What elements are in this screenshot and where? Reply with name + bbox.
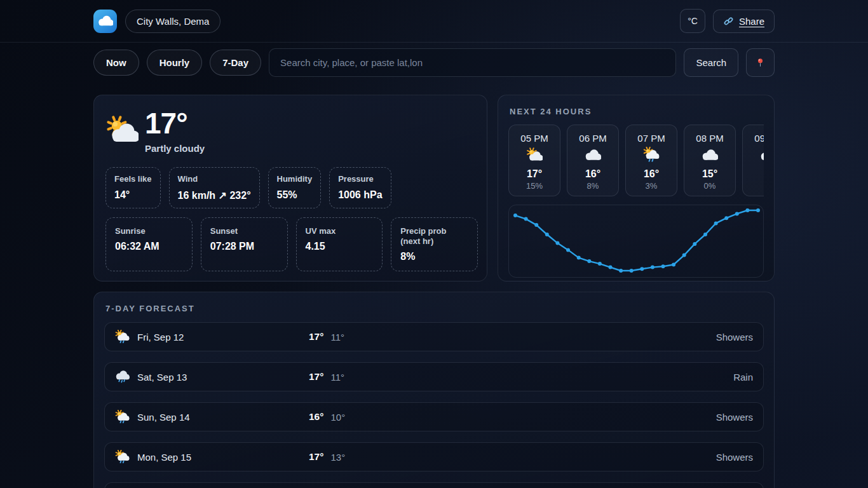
hour-precip: 3%: [628, 181, 674, 191]
stat-value: 1006 hPa: [338, 189, 382, 201]
forecast-row-sat-sep-13[interactable]: Sat, Sep 13 17° 11° Rain: [104, 362, 764, 391]
hour-precip: 8%: [570, 181, 616, 191]
stat-label: Humidity: [277, 174, 313, 184]
stat-label: Feels like: [114, 174, 152, 184]
sun-behind-rain-cloud-icon: [643, 147, 660, 163]
hour-card-06-pm[interactable]: 06 PM 16° 8%: [567, 125, 619, 196]
partly-cloudy-icon: [105, 114, 139, 147]
seven-day-forecast-card: 7-DAY FORECAST Fri, Sep 12 17° 11° Showe…: [93, 292, 775, 488]
day-label: Fri, Sep 12: [137, 332, 184, 342]
day-high-temp: 17°: [309, 451, 323, 463]
day-low-temp: 10°: [330, 412, 345, 423]
forecast-row-partial[interactable]: [104, 482, 764, 488]
hour-precip: 15%: [512, 181, 557, 191]
app-logo[interactable]: [93, 10, 117, 33]
search-button[interactable]: Search: [684, 48, 738, 77]
current-conditions-card: 17° Partly cloudy Feels like 14°Wind 16 …: [93, 95, 487, 281]
hour-card-07-pm[interactable]: 07 PM 16° 3%: [625, 125, 677, 196]
day-label: Sat, Sep 13: [137, 372, 187, 383]
day-condition: Rain: [733, 372, 753, 383]
current-temperature: 17°: [145, 108, 205, 139]
forecast-row-fri-sep-12[interactable]: Fri, Sep 12 17° 11° Showers: [104, 322, 764, 351]
rain-cloud-icon: [115, 370, 130, 384]
day-high-temp: 16°: [309, 411, 323, 423]
hour-temp: 17°: [512, 168, 557, 180]
hour-time: 07 PM: [628, 133, 674, 144]
hour-card-08-pm[interactable]: 08 PM 15° 0%: [684, 125, 736, 196]
stat-label: UV max: [306, 226, 374, 236]
stat-chip-pressure: Pressure 1006 hPa: [329, 167, 391, 208]
share-button[interactable]: Share: [713, 10, 775, 33]
day-high-temp: 17°: [309, 371, 323, 383]
hourly-temp-chart: [508, 205, 764, 278]
stat-label: Wind: [178, 174, 251, 184]
stat-chip-sunset: Sunset 07:28 PM: [201, 217, 288, 272]
stat-label: Pressure: [338, 174, 382, 184]
stat-chip-uv-max: UV max 4.15: [296, 217, 383, 272]
stat-value: 07:28 PM: [210, 241, 278, 252]
stat-chip-precip-prob-next-hr: Precip prob (next hr) 8%: [391, 217, 478, 272]
stats-row-2: Sunrise 06:32 AMSunset 07:28 PMUV max 4.…: [105, 217, 478, 272]
day-low-temp: 11°: [330, 372, 344, 383]
hour-card-09-pm[interactable]: 09 PM: [742, 125, 764, 196]
navbar: Now Hourly 7-Day Search: [0, 43, 868, 82]
forecast-rows: Fri, Sep 12 17° 11° Showers Sat, Sep 13 …: [104, 322, 764, 488]
forecast-row-sun-sep-14[interactable]: Sun, Sep 14 16° 10° Showers: [104, 402, 764, 431]
stat-value: 14°: [114, 189, 152, 201]
cloud-icon: [702, 147, 718, 163]
topbar: City Walls, Dema °C Share: [0, 0, 868, 43]
hour-temp: 15°: [687, 168, 733, 180]
hour-card-05-pm[interactable]: 05 PM 17° 15%: [508, 125, 560, 196]
day-condition: Showers: [716, 332, 753, 342]
next-24-hours-title: NEXT 24 HOURS: [510, 107, 764, 116]
current-hero: 17° Partly cloudy: [105, 108, 478, 154]
hour-time: 06 PM: [570, 133, 616, 144]
hourly-strip: 05 PM 17° 15%06 PM 16° 8%07 PM: [508, 125, 764, 196]
hour-time: 09 PM: [745, 133, 764, 144]
locate-button[interactable]: [746, 48, 775, 77]
share-label: Share: [739, 16, 764, 27]
hour-temp: 16°: [628, 168, 674, 180]
day-label: Sun, Sep 14: [137, 412, 190, 423]
stat-label: Sunset: [210, 226, 278, 236]
stat-chip-wind: Wind 16 km/h ↗ 232°: [169, 167, 260, 208]
stat-chip-feels-like: Feels like 14°: [105, 167, 161, 208]
forecast-row-mon-sep-15[interactable]: Mon, Sep 15 17° 13° Showers: [104, 442, 764, 471]
tab-now[interactable]: Now: [93, 50, 139, 76]
day-condition: Showers: [716, 412, 753, 423]
day-condition: Showers: [716, 452, 753, 463]
stat-value: 16 km/h ↗ 232°: [178, 189, 251, 201]
pushpin-icon: [754, 57, 766, 69]
sun-behind-rain-cloud-icon: [115, 450, 130, 464]
day-label: Mon, Sep 15: [137, 452, 191, 463]
seven-day-title: 7-DAY FORECAST: [105, 304, 764, 313]
stat-chip-sunrise: Sunrise 06:32 AM: [105, 217, 193, 272]
location-pill[interactable]: City Walls, Dema: [125, 10, 220, 33]
search-input[interactable]: [269, 48, 676, 77]
day-low-temp: 13°: [330, 452, 345, 463]
sun-behind-rain-cloud-icon: [115, 410, 130, 424]
stat-value: 06:32 AM: [115, 241, 183, 252]
hour-time: 08 PM: [687, 133, 733, 144]
link-icon: [723, 16, 734, 27]
sun-behind-rain-cloud-icon: [115, 330, 130, 344]
tab-hourly[interactable]: Hourly: [147, 50, 203, 76]
stat-label: Sunrise: [115, 226, 183, 236]
current-condition: Partly cloudy: [145, 143, 205, 154]
hour-precip: 0%: [687, 181, 733, 191]
stat-value: 55%: [277, 189, 313, 201]
cloud-icon: [760, 147, 764, 163]
tab-7day[interactable]: 7-Day: [210, 50, 261, 76]
cloud-logo-icon: [98, 13, 113, 29]
hour-time: 05 PM: [512, 133, 557, 144]
stat-label: Precip prob (next hr): [400, 226, 468, 247]
next-24-hours-card: NEXT 24 HOURS 05 PM 17° 15%06 PM 16° 8%0…: [498, 95, 775, 281]
stat-value: 4.15: [306, 241, 374, 252]
hour-temp: 16°: [570, 168, 616, 180]
cloud-icon: [585, 147, 601, 163]
stat-chip-humidity: Humidity 55%: [268, 167, 322, 208]
main-content: 17° Partly cloudy Feels like 14°Wind 16 …: [93, 95, 775, 488]
sun-behind-cloud-icon: [526, 147, 543, 163]
unit-toggle-button[interactable]: °C: [680, 9, 705, 33]
stat-value: 8%: [400, 251, 468, 262]
